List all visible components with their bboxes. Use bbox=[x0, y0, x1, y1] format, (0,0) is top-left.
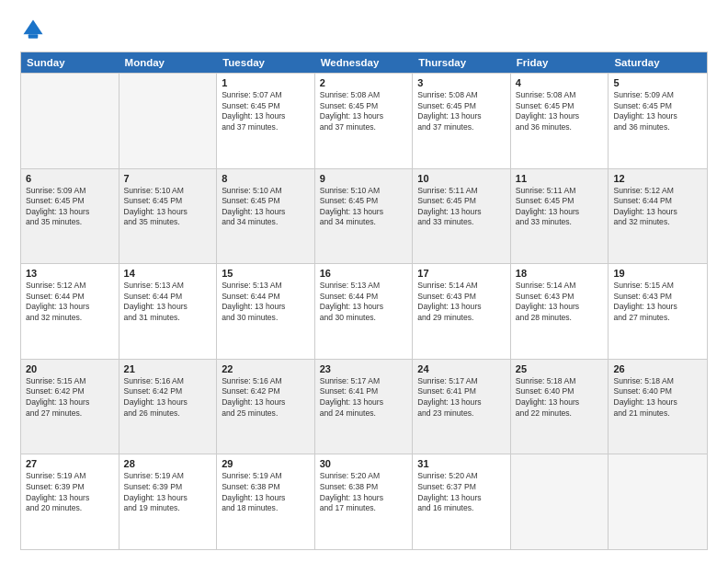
cell-info-line: Sunset: 6:45 PM bbox=[613, 101, 702, 112]
calendar-cell: 14Sunrise: 5:13 AMSunset: 6:44 PMDayligh… bbox=[119, 264, 218, 359]
cell-info-line: Daylight: 13 hours bbox=[417, 207, 506, 218]
cell-info-line: Sunrise: 5:16 AM bbox=[222, 376, 310, 387]
cell-info-line: Sunrise: 5:17 AM bbox=[320, 376, 408, 387]
cell-info-line: Sunrise: 5:15 AM bbox=[26, 376, 114, 387]
cell-info-line: and 34 minutes. bbox=[222, 217, 310, 228]
cell-info-line: and 17 minutes. bbox=[320, 503, 408, 514]
day-number: 21 bbox=[124, 363, 212, 374]
calendar-cell: 20Sunrise: 5:15 AMSunset: 6:42 PMDayligh… bbox=[21, 360, 119, 454]
cell-info-line: Sunrise: 5:12 AM bbox=[26, 281, 114, 292]
day-number: 11 bbox=[516, 173, 604, 184]
calendar-cell: 4Sunrise: 5:08 AMSunset: 6:45 PMDaylight… bbox=[511, 74, 609, 168]
cell-info-line: Sunset: 6:45 PM bbox=[320, 101, 408, 112]
calendar-cell: 26Sunrise: 5:18 AMSunset: 6:40 PMDayligh… bbox=[609, 360, 707, 454]
cell-info-line: and 36 minutes. bbox=[613, 122, 702, 133]
cell-info-line: Sunset: 6:43 PM bbox=[417, 292, 506, 303]
cell-info-line: and 30 minutes. bbox=[320, 313, 408, 324]
calendar-cell: 19Sunrise: 5:15 AMSunset: 6:43 PMDayligh… bbox=[609, 264, 707, 359]
logo-icon bbox=[20, 17, 46, 42]
day-number: 18 bbox=[516, 268, 604, 279]
cell-info-line: Sunset: 6:44 PM bbox=[26, 292, 114, 303]
calendar-cell: 21Sunrise: 5:16 AMSunset: 6:42 PMDayligh… bbox=[119, 360, 218, 454]
day-number: 5 bbox=[613, 77, 702, 88]
cell-info-line: and 22 minutes. bbox=[516, 408, 604, 419]
cell-info-line: Daylight: 13 hours bbox=[124, 493, 212, 504]
cell-info-line: Daylight: 13 hours bbox=[222, 493, 310, 504]
cell-info-line: Daylight: 13 hours bbox=[417, 493, 506, 504]
cell-info-line: Daylight: 13 hours bbox=[320, 111, 408, 122]
calendar-cell: 3Sunrise: 5:08 AMSunset: 6:45 PMDaylight… bbox=[413, 74, 511, 168]
day-number: 23 bbox=[320, 363, 408, 374]
day-number: 30 bbox=[320, 458, 408, 469]
cell-info-line: and 23 minutes. bbox=[417, 408, 506, 419]
cell-info-line: Sunset: 6:45 PM bbox=[222, 196, 310, 207]
cell-info-line: Sunrise: 5:19 AM bbox=[124, 471, 212, 482]
cell-info-line: Sunset: 6:45 PM bbox=[417, 196, 506, 207]
calendar-cell: 17Sunrise: 5:14 AMSunset: 6:43 PMDayligh… bbox=[413, 264, 511, 359]
calendar-header-row: SundayMondayTuesdayWednesdayThursdayFrid… bbox=[21, 52, 707, 73]
cell-info-line: Daylight: 13 hours bbox=[222, 302, 310, 313]
day-number: 29 bbox=[222, 458, 310, 469]
cell-info-line: Daylight: 13 hours bbox=[26, 207, 114, 218]
calendar-cell: 8Sunrise: 5:10 AMSunset: 6:45 PMDaylight… bbox=[217, 169, 315, 264]
cell-info-line: Sunset: 6:42 PM bbox=[124, 386, 212, 397]
calendar-body: 1Sunrise: 5:07 AMSunset: 6:45 PMDaylight… bbox=[21, 73, 707, 549]
day-number: 15 bbox=[222, 268, 310, 279]
cell-info-line: Daylight: 13 hours bbox=[124, 207, 212, 218]
cell-info-line: Sunset: 6:44 PM bbox=[320, 292, 408, 303]
week-row-4: 20Sunrise: 5:15 AMSunset: 6:42 PMDayligh… bbox=[21, 359, 707, 454]
cell-info-line: Sunset: 6:45 PM bbox=[26, 196, 114, 207]
day-number: 22 bbox=[222, 363, 310, 374]
calendar-cell: 28Sunrise: 5:19 AMSunset: 6:39 PMDayligh… bbox=[119, 454, 218, 549]
cell-info-line: Sunset: 6:40 PM bbox=[516, 386, 604, 397]
header-day-sunday: Sunday bbox=[21, 52, 119, 73]
cell-info-line: and 31 minutes. bbox=[124, 313, 212, 324]
calendar-cell: 5Sunrise: 5:09 AMSunset: 6:45 PMDaylight… bbox=[609, 74, 707, 168]
cell-info-line: Daylight: 13 hours bbox=[516, 302, 604, 313]
cell-info-line: Daylight: 13 hours bbox=[124, 302, 212, 313]
cell-info-line: Daylight: 13 hours bbox=[320, 397, 408, 408]
cell-info-line: and 19 minutes. bbox=[124, 503, 212, 514]
calendar-cell: 25Sunrise: 5:18 AMSunset: 6:40 PMDayligh… bbox=[511, 360, 609, 454]
calendar-cell: 27Sunrise: 5:19 AMSunset: 6:39 PMDayligh… bbox=[21, 454, 119, 549]
cell-info-line: Daylight: 13 hours bbox=[26, 493, 114, 504]
cell-info-line: Sunset: 6:44 PM bbox=[222, 292, 310, 303]
cell-info-line: Sunrise: 5:20 AM bbox=[417, 471, 506, 482]
cell-info-line: and 35 minutes. bbox=[26, 217, 114, 228]
cell-info-line: Daylight: 13 hours bbox=[613, 207, 702, 218]
cell-info-line: Sunset: 6:38 PM bbox=[222, 482, 310, 493]
cell-info-line: Daylight: 13 hours bbox=[516, 111, 604, 122]
cell-info-line: Sunrise: 5:10 AM bbox=[124, 186, 212, 197]
calendar-cell: 23Sunrise: 5:17 AMSunset: 6:41 PMDayligh… bbox=[315, 360, 414, 454]
cell-info-line: Sunset: 6:40 PM bbox=[613, 386, 702, 397]
calendar-cell: 2Sunrise: 5:08 AMSunset: 6:45 PMDaylight… bbox=[315, 74, 414, 168]
cell-info-line: Sunrise: 5:18 AM bbox=[516, 376, 604, 387]
cell-info-line: and 30 minutes. bbox=[222, 313, 310, 324]
cell-info-line: Sunrise: 5:07 AM bbox=[222, 90, 310, 101]
calendar-cell: 24Sunrise: 5:17 AMSunset: 6:41 PMDayligh… bbox=[413, 360, 511, 454]
cell-info-line: Sunset: 6:43 PM bbox=[613, 292, 702, 303]
calendar: SundayMondayTuesdayWednesdayThursdayFrid… bbox=[20, 52, 708, 550]
cell-info-line: Sunrise: 5:08 AM bbox=[320, 90, 408, 101]
cell-info-line: Sunset: 6:41 PM bbox=[320, 386, 408, 397]
calendar-cell: 16Sunrise: 5:13 AMSunset: 6:44 PMDayligh… bbox=[315, 264, 414, 359]
cell-info-line: and 37 minutes. bbox=[417, 122, 506, 133]
calendar-cell: 15Sunrise: 5:13 AMSunset: 6:44 PMDayligh… bbox=[217, 264, 315, 359]
cell-info-line: and 24 minutes. bbox=[320, 408, 408, 419]
day-number: 7 bbox=[124, 173, 212, 184]
cell-info-line: Sunrise: 5:17 AM bbox=[417, 376, 506, 387]
cell-info-line: and 36 minutes. bbox=[516, 122, 604, 133]
cell-info-line: Daylight: 13 hours bbox=[417, 397, 506, 408]
day-number: 16 bbox=[320, 268, 408, 279]
svg-marker-0 bbox=[24, 20, 43, 35]
cell-info-line: and 27 minutes. bbox=[26, 408, 114, 419]
cell-info-line: and 29 minutes. bbox=[417, 313, 506, 324]
calendar-cell: 7Sunrise: 5:10 AMSunset: 6:45 PMDaylight… bbox=[119, 169, 218, 264]
calendar-cell: 18Sunrise: 5:14 AMSunset: 6:43 PMDayligh… bbox=[511, 264, 609, 359]
cell-info-line: Daylight: 13 hours bbox=[320, 493, 408, 504]
cell-info-line: Sunrise: 5:16 AM bbox=[124, 376, 212, 387]
day-number: 25 bbox=[516, 363, 604, 374]
cell-info-line: and 33 minutes. bbox=[417, 217, 506, 228]
header-day-wednesday: Wednesday bbox=[315, 52, 414, 73]
day-number: 2 bbox=[320, 77, 408, 88]
